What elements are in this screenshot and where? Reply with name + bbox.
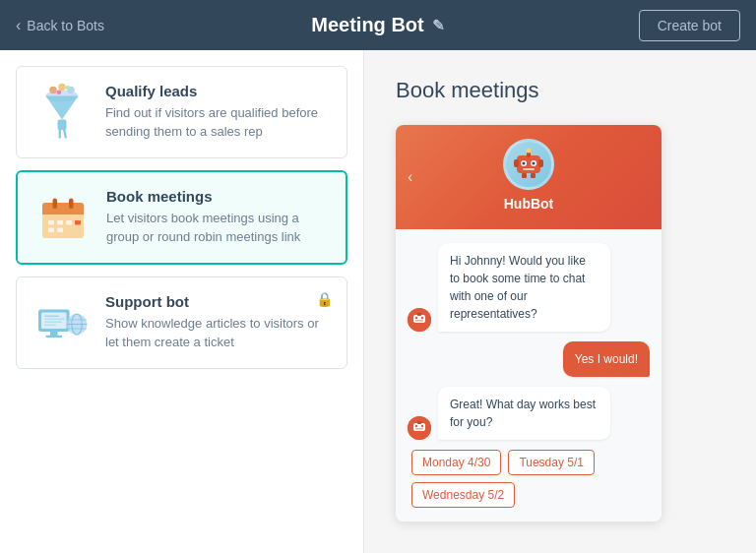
- chat-body: Hi Johnny! Would you like to book some t…: [396, 229, 662, 522]
- chat-message-row: Hi Johnny! Would you like to book some t…: [408, 243, 650, 332]
- chat-bubble-1: Hi Johnny! Would you like to book some t…: [438, 243, 610, 332]
- header-title: Meeting Bot ✎: [311, 14, 444, 36]
- svg-rect-31: [44, 319, 65, 321]
- svg-rect-24: [46, 336, 63, 338]
- qualify-leads-icon: [32, 83, 92, 142]
- chat-bubble-2: Yes I would!: [563, 341, 650, 377]
- svg-rect-56: [415, 428, 423, 430]
- back-button[interactable]: ‹ Back to Bots: [16, 17, 104, 34]
- qualify-leads-card[interactable]: Qualify leads Find out if visitors are q…: [16, 66, 347, 158]
- svg-rect-36: [538, 159, 543, 167]
- svg-rect-57: [417, 421, 421, 424]
- svg-rect-16: [57, 220, 63, 225]
- book-meetings-content: Book meetings Let visitors book meetings…: [106, 188, 330, 247]
- svg-rect-50: [415, 320, 423, 322]
- svg-point-43: [527, 149, 532, 154]
- svg-point-7: [66, 86, 71, 91]
- header: ‹ Back to Bots Meeting Bot ✎ Create bot: [0, 0, 756, 50]
- svg-point-6: [57, 91, 62, 95]
- svg-marker-1: [46, 96, 79, 120]
- book-meetings-card[interactable]: Book meetings Let visitors book meetings…: [16, 170, 347, 265]
- svg-rect-12: [42, 209, 84, 215]
- svg-rect-47: [413, 315, 425, 323]
- chat-message-row-outgoing: Yes I would!: [408, 341, 650, 377]
- chat-option-buttons: Monday 4/30 Tuesday 5/1 Wednesday 5/2: [408, 450, 650, 508]
- svg-point-40: [533, 162, 536, 165]
- svg-rect-32: [44, 322, 62, 324]
- create-bot-button[interactable]: Create bot: [639, 10, 740, 41]
- svg-rect-41: [523, 168, 535, 170]
- chat-bot-name: HubBot: [504, 196, 554, 212]
- qualify-leads-desc: Find out if visitors are qualified befor…: [105, 104, 331, 142]
- option-btn-2[interactable]: Wednesday 5/2: [411, 482, 515, 508]
- bot-user-avatar-2: [408, 416, 431, 440]
- svg-point-4: [58, 84, 66, 92]
- page-title: Meeting Bot: [311, 14, 423, 36]
- svg-point-55: [421, 425, 423, 427]
- book-meetings-icon: [33, 188, 93, 247]
- svg-point-49: [421, 317, 423, 319]
- svg-line-9: [64, 130, 66, 138]
- svg-rect-14: [69, 199, 74, 210]
- support-bot-card[interactable]: Support bot Show knowledge articles to v…: [16, 276, 347, 369]
- svg-rect-15: [48, 220, 54, 225]
- bot-avatar: [503, 139, 554, 190]
- option-btn-1[interactable]: Tuesday 5/1: [508, 450, 595, 475]
- svg-point-54: [415, 425, 417, 427]
- back-label: Back to Bots: [27, 18, 104, 33]
- svg-point-3: [49, 87, 57, 94]
- lock-icon: 🔒: [316, 291, 333, 307]
- svg-rect-34: [517, 155, 540, 173]
- svg-rect-17: [66, 220, 72, 225]
- chat-header: ‹: [396, 125, 662, 229]
- svg-point-48: [415, 317, 417, 319]
- svg-rect-33: [44, 325, 56, 327]
- main-content: Qualify leads Find out if visitors are q…: [0, 50, 756, 553]
- left-panel: Qualify leads Find out if visitors are q…: [0, 50, 364, 553]
- support-bot-icon: [32, 293, 92, 352]
- svg-rect-20: [57, 228, 63, 233]
- section-title: Book meetings: [396, 78, 724, 103]
- book-meetings-title: Book meetings: [106, 188, 330, 205]
- svg-rect-2: [58, 120, 67, 131]
- option-btn-0[interactable]: Monday 4/30: [411, 450, 501, 475]
- book-meetings-desc: Let visitors book meetings using a group…: [106, 210, 330, 247]
- right-panel: Book meetings ‹: [364, 50, 756, 553]
- svg-rect-53: [413, 423, 425, 431]
- chat-bubble-3: Great! What day works best for you?: [438, 387, 610, 440]
- bot-user-avatar: [408, 308, 431, 332]
- svg-rect-35: [514, 159, 519, 167]
- qualify-leads-content: Qualify leads Find out if visitors are q…: [105, 83, 331, 142]
- svg-point-39: [523, 162, 526, 165]
- chat-preview: ‹: [396, 125, 662, 522]
- chat-back-icon[interactable]: ‹: [408, 168, 412, 186]
- support-bot-desc: Show knowledge articles to visitors or l…: [105, 315, 331, 352]
- svg-rect-45: [531, 173, 536, 178]
- support-bot-content: Support bot Show knowledge articles to v…: [105, 293, 331, 352]
- svg-rect-13: [53, 199, 58, 210]
- svg-rect-30: [44, 316, 59, 318]
- support-bot-title: Support bot: [105, 293, 331, 310]
- svg-rect-18: [75, 220, 81, 225]
- svg-rect-51: [417, 313, 421, 316]
- qualify-leads-title: Qualify leads: [105, 83, 331, 99]
- svg-rect-44: [522, 173, 527, 178]
- chat-message-row-2: Great! What day works best for you?: [408, 387, 650, 440]
- svg-rect-22: [41, 313, 67, 330]
- chevron-left-icon: ‹: [16, 17, 21, 34]
- svg-rect-19: [48, 228, 54, 233]
- edit-icon[interactable]: ✎: [432, 17, 445, 34]
